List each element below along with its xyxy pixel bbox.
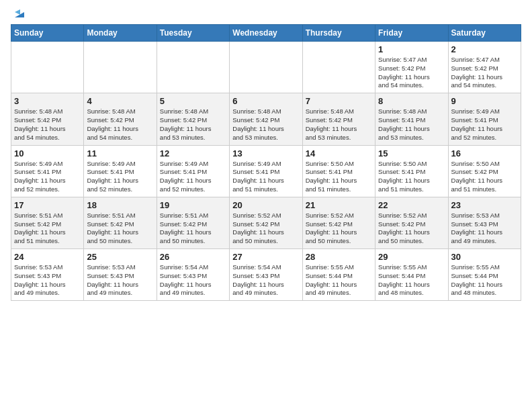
day-number: 10 [14,148,81,158]
day-info: Sunrise: 5:49 AM Sunset: 5:41 PM Dayligh… [232,160,299,194]
calendar-cell: 1Sunrise: 5:47 AM Sunset: 5:42 PM Daylig… [375,42,448,93]
day-header-thursday: Thursday [302,25,375,42]
day-info: Sunrise: 5:51 AM Sunset: 5:42 PM Dayligh… [87,212,153,246]
week-row: 17Sunrise: 5:51 AM Sunset: 5:42 PM Dayli… [11,197,521,248]
calendar-cell [230,42,302,93]
day-number: 24 [14,252,81,262]
day-number: 3 [14,96,81,106]
day-number: 20 [232,200,299,210]
calendar-page: SundayMondayTuesdayWednesdayThursdayFrid… [0,0,532,411]
day-number: 12 [160,148,226,158]
day-info: Sunrise: 5:53 AM Sunset: 5:43 PM Dayligh… [87,263,153,298]
calendar-cell: 30Sunrise: 5:55 AM Sunset: 5:44 PM Dayli… [448,249,521,301]
week-row: 3Sunrise: 5:48 AM Sunset: 5:42 PM Daylig… [11,93,521,145]
calendar-cell: 29Sunrise: 5:55 AM Sunset: 5:44 PM Dayli… [375,249,448,301]
day-info: Sunrise: 5:53 AM Sunset: 5:43 PM Dayligh… [14,263,81,298]
day-info: Sunrise: 5:50 AM Sunset: 5:42 PM Dayligh… [451,160,518,194]
calendar-cell [11,42,84,93]
week-row: 24Sunrise: 5:53 AM Sunset: 5:43 PM Dayli… [11,249,521,301]
day-info: Sunrise: 5:51 AM Sunset: 5:42 PM Dayligh… [160,212,226,246]
day-number: 11 [87,148,153,158]
calendar-cell: 17Sunrise: 5:51 AM Sunset: 5:42 PM Dayli… [11,197,84,248]
day-info: Sunrise: 5:47 AM Sunset: 5:42 PM Dayligh… [451,56,518,90]
calendar-cell: 5Sunrise: 5:48 AM Sunset: 5:42 PM Daylig… [157,93,229,145]
calendar-cell [157,42,229,93]
day-number: 21 [306,200,372,210]
day-number: 30 [451,252,518,262]
day-number: 4 [87,96,153,106]
calendar-cell: 28Sunrise: 5:55 AM Sunset: 5:44 PM Dayli… [302,249,375,301]
calendar-cell: 18Sunrise: 5:51 AM Sunset: 5:42 PM Dayli… [84,197,157,248]
day-number: 19 [160,200,226,210]
calendar-cell: 7Sunrise: 5:48 AM Sunset: 5:42 PM Daylig… [302,93,375,145]
day-number: 5 [160,96,226,106]
day-info: Sunrise: 5:52 AM Sunset: 5:42 PM Dayligh… [378,212,445,246]
day-number: 15 [378,148,445,158]
calendar-cell: 4Sunrise: 5:48 AM Sunset: 5:42 PM Daylig… [84,93,157,145]
day-header-saturday: Saturday [448,25,521,42]
day-number: 27 [232,252,299,262]
day-number: 1 [378,44,445,54]
logo-icon [12,5,27,20]
day-info: Sunrise: 5:48 AM Sunset: 5:42 PM Dayligh… [87,107,153,142]
day-info: Sunrise: 5:52 AM Sunset: 5:42 PM Dayligh… [306,212,372,246]
day-number: 25 [87,252,153,262]
calendar-cell: 27Sunrise: 5:54 AM Sunset: 5:43 PM Dayli… [230,249,302,301]
day-info: Sunrise: 5:48 AM Sunset: 5:41 PM Dayligh… [378,107,445,142]
day-header-friday: Friday [375,25,448,42]
day-info: Sunrise: 5:48 AM Sunset: 5:42 PM Dayligh… [306,107,372,142]
calendar-cell: 8Sunrise: 5:48 AM Sunset: 5:41 PM Daylig… [375,93,448,145]
day-info: Sunrise: 5:49 AM Sunset: 5:41 PM Dayligh… [14,160,81,194]
day-number: 22 [378,200,445,210]
calendar-cell: 12Sunrise: 5:49 AM Sunset: 5:41 PM Dayli… [157,145,229,197]
calendar-cell: 13Sunrise: 5:49 AM Sunset: 5:41 PM Dayli… [230,145,302,197]
day-number: 29 [378,252,445,262]
calendar-cell: 3Sunrise: 5:48 AM Sunset: 5:42 PM Daylig… [11,93,84,145]
day-info: Sunrise: 5:52 AM Sunset: 5:42 PM Dayligh… [232,212,299,246]
page-header [11,7,521,20]
day-header-wednesday: Wednesday [230,25,302,42]
logo [11,7,27,20]
day-header-monday: Monday [84,25,157,42]
day-info: Sunrise: 5:49 AM Sunset: 5:41 PM Dayligh… [451,107,518,142]
day-info: Sunrise: 5:47 AM Sunset: 5:42 PM Dayligh… [378,56,445,90]
calendar-cell: 10Sunrise: 5:49 AM Sunset: 5:41 PM Dayli… [11,145,84,197]
day-number: 8 [378,96,445,106]
calendar-cell [84,42,157,93]
day-number: 9 [451,96,518,106]
calendar-cell: 11Sunrise: 5:49 AM Sunset: 5:41 PM Dayli… [84,145,157,197]
day-info: Sunrise: 5:49 AM Sunset: 5:41 PM Dayligh… [87,160,153,194]
calendar-cell: 15Sunrise: 5:50 AM Sunset: 5:41 PM Dayli… [375,145,448,197]
day-number: 26 [160,252,226,262]
calendar-cell: 22Sunrise: 5:52 AM Sunset: 5:42 PM Dayli… [375,197,448,248]
day-number: 2 [451,44,518,54]
day-header-sunday: Sunday [11,25,84,42]
calendar-cell: 2Sunrise: 5:47 AM Sunset: 5:42 PM Daylig… [448,42,521,93]
calendar-header-row: SundayMondayTuesdayWednesdayThursdayFrid… [11,25,521,42]
calendar-cell: 9Sunrise: 5:49 AM Sunset: 5:41 PM Daylig… [448,93,521,145]
calendar-cell: 21Sunrise: 5:52 AM Sunset: 5:42 PM Dayli… [302,197,375,248]
week-row: 1Sunrise: 5:47 AM Sunset: 5:42 PM Daylig… [11,42,521,93]
day-info: Sunrise: 5:55 AM Sunset: 5:44 PM Dayligh… [451,263,518,298]
day-info: Sunrise: 5:49 AM Sunset: 5:41 PM Dayligh… [160,160,226,194]
day-number: 6 [232,96,299,106]
calendar-cell: 25Sunrise: 5:53 AM Sunset: 5:43 PM Dayli… [84,249,157,301]
day-number: 16 [451,148,518,158]
calendar-table: SundayMondayTuesdayWednesdayThursdayFrid… [11,24,521,301]
calendar-cell [302,42,375,93]
day-number: 18 [87,200,153,210]
calendar-cell: 19Sunrise: 5:51 AM Sunset: 5:42 PM Dayli… [157,197,229,248]
calendar-cell: 20Sunrise: 5:52 AM Sunset: 5:42 PM Dayli… [230,197,302,248]
calendar-cell: 24Sunrise: 5:53 AM Sunset: 5:43 PM Dayli… [11,249,84,301]
day-info: Sunrise: 5:50 AM Sunset: 5:41 PM Dayligh… [306,160,372,194]
day-header-tuesday: Tuesday [157,25,229,42]
day-number: 14 [306,148,372,158]
week-row: 10Sunrise: 5:49 AM Sunset: 5:41 PM Dayli… [11,145,521,197]
calendar-cell: 16Sunrise: 5:50 AM Sunset: 5:42 PM Dayli… [448,145,521,197]
day-info: Sunrise: 5:55 AM Sunset: 5:44 PM Dayligh… [306,263,372,298]
calendar-cell: 26Sunrise: 5:54 AM Sunset: 5:43 PM Dayli… [157,249,229,301]
calendar-cell: 23Sunrise: 5:53 AM Sunset: 5:43 PM Dayli… [448,197,521,248]
day-info: Sunrise: 5:48 AM Sunset: 5:42 PM Dayligh… [232,107,299,142]
day-info: Sunrise: 5:51 AM Sunset: 5:42 PM Dayligh… [14,212,81,246]
day-info: Sunrise: 5:53 AM Sunset: 5:43 PM Dayligh… [451,212,518,246]
